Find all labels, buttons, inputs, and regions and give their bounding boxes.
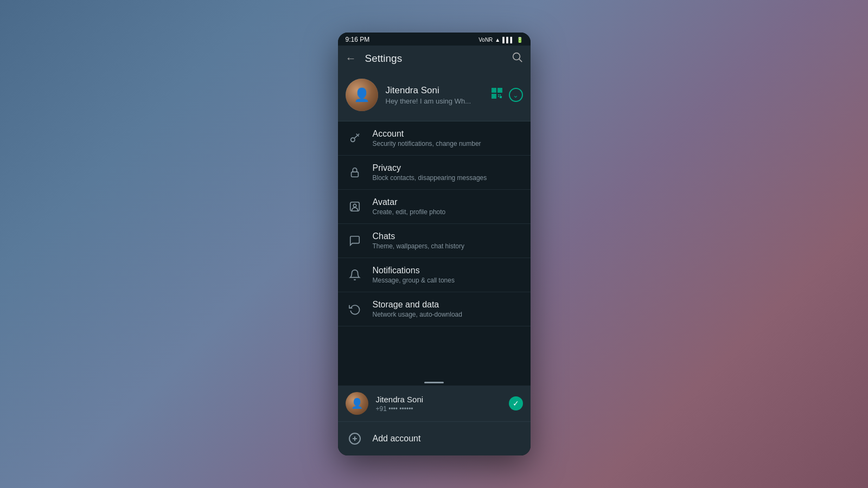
account-content: Account Security notifications, change n… [373,129,523,147]
chats-title: Chats [373,232,523,241]
storage-icon [346,300,364,318]
svg-line-16 [356,134,357,135]
add-icon [346,429,364,448]
avatar-image: 👤 [346,79,378,111]
status-bar: 9:16 PM VoNR ▲ ▌▌▌ 🔋 [338,33,531,46]
svg-rect-10 [500,94,501,95]
account-name: Jitendra Soni [376,395,501,404]
svg-point-13 [350,138,354,142]
status-time: 9:16 PM [346,36,370,43]
notifications-subtitle: Message, group & call tones [373,277,523,284]
profile-actions: ⌄ [490,87,523,103]
storage-content: Storage and data Network usage, auto-dow… [373,300,523,318]
volte-icon: VoNR [478,37,493,43]
svg-line-1 [519,59,522,62]
add-account-label: Add account [373,434,421,444]
settings-item-account[interactable]: Account Security notifications, change n… [338,121,531,156]
avatar-content: Avatar Create, edit, profile photo [373,197,523,216]
chats-content: Chats Theme, wallpapers, chat history [373,232,523,250]
settings-item-chats[interactable]: Chats Theme, wallpapers, chat history [338,224,531,258]
avatar: 👤 [346,79,378,111]
settings-item-storage[interactable]: Storage and data Network usage, auto-dow… [338,292,531,326]
back-button[interactable]: ← [346,52,356,65]
account-active-check: ✓ [509,396,523,410]
current-account-item[interactable]: 👤 Jitendra Soni +91 •••• •••••• ✓ [338,386,531,422]
svg-rect-6 [499,89,501,91]
scroll-bar [424,382,444,383]
avatar-icon [346,197,364,216]
notifications-title: Notifications [373,266,523,275]
phone-frame: 9:16 PM VoNR ▲ ▌▌▌ 🔋 ← Settings 👤 Jitend… [338,33,531,455]
bottom-section: 👤 Jitendra Soni +91 •••• •••••• ✓ Add ac… [338,386,531,455]
notifications-content: Notifications Message, group & call tone… [373,266,523,284]
account-phone: +91 •••• •••••• [376,405,501,413]
settings-item-notifications[interactable]: Notifications Message, group & call tone… [338,258,531,292]
account-title: Account [373,129,523,139]
page-title: Settings [365,53,502,65]
settings-list: Account Security notifications, change n… [338,121,531,378]
privacy-title: Privacy [373,163,523,173]
chats-subtitle: Theme, wallpapers, chat history [373,242,523,250]
wifi-icon: ▲ [495,37,500,43]
svg-point-0 [513,53,520,60]
profile-name: Jitendra Soni [386,85,483,96]
avatar-subtitle: Create, edit, profile photo [373,208,523,216]
privacy-content: Privacy Block contacts, disappearing mes… [373,163,523,182]
status-icons: VoNR ▲ ▌▌▌ 🔋 [478,37,522,43]
svg-point-19 [353,204,356,207]
avatar-title: Avatar [373,197,523,207]
profile-section[interactable]: 👤 Jitendra Soni Hey there! I am using Wh… [338,71,531,121]
account-avatar: 👤 [346,392,368,415]
svg-rect-17 [351,172,358,177]
svg-rect-12 [500,96,502,98]
svg-line-15 [358,136,359,137]
dropdown-button[interactable]: ⌄ [509,88,523,102]
profile-status: Hey there! I am using Wh... [386,97,483,105]
svg-rect-9 [498,94,499,95]
svg-rect-7 [493,95,495,97]
signal-icon: ▌▌▌ [502,37,514,43]
svg-rect-5 [493,89,495,91]
account-subtitle: Security notifications, change number [373,140,523,147]
bell-icon [346,266,364,284]
scroll-indicator [338,378,531,386]
settings-item-privacy[interactable]: Privacy Block contacts, disappearing mes… [338,156,531,190]
storage-title: Storage and data [373,300,523,310]
settings-header: ← Settings [338,46,531,71]
key-icon [346,129,364,147]
lock-icon [346,163,364,182]
battery-icon: 🔋 [516,37,523,43]
search-button[interactable] [511,51,523,66]
settings-item-avatar[interactable]: Avatar Create, edit, profile photo [338,190,531,224]
svg-rect-11 [498,96,499,97]
qr-code-icon[interactable] [490,87,503,103]
privacy-subtitle: Block contacts, disappearing messages [373,174,523,182]
storage-subtitle: Network usage, auto-download [373,311,523,318]
account-info: Jitendra Soni +91 •••• •••••• [376,395,501,413]
add-account-item[interactable]: Add account [338,422,531,455]
chat-icon [346,232,364,250]
profile-info: Jitendra Soni Hey there! I am using Wh..… [386,85,483,105]
